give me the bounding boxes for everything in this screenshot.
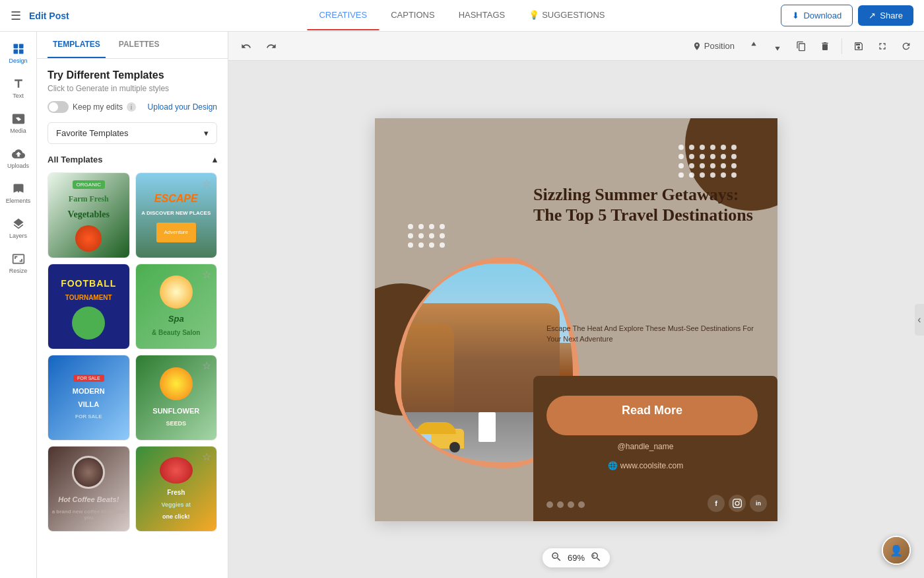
instagram-icon	[729, 495, 746, 512]
design-dots-bottom	[546, 501, 585, 508]
sidebar-item-layers[interactable]: Layers	[0, 212, 36, 244]
canvas-main[interactable]: ⧉ +	[228, 61, 924, 578]
sidebar-item-uploads[interactable]: Uploads	[0, 142, 36, 174]
download-button[interactable]: ⬇ Download	[781, 5, 853, 26]
svg-rect-3	[18, 50, 23, 54]
zoom-out-button[interactable]	[550, 551, 562, 565]
panel-tabs: TEMPLATES PALETTES	[37, 32, 228, 59]
menu-icon[interactable]: ☰	[11, 9, 21, 23]
resize-icon	[12, 252, 25, 266]
design-icon	[12, 42, 25, 55]
linkedin-icon: in	[750, 495, 767, 512]
template-card-escape[interactable]: ESCAPE A DISCOVER NEW PLACES Adventure ☆	[135, 172, 218, 258]
keep-edits-label: Keep my edits i	[48, 101, 136, 113]
svg-rect-1	[18, 44, 23, 49]
save-button[interactable]	[849, 36, 869, 56]
lightbulb-icon: 💡	[529, 10, 539, 20]
chevron-down-icon: ▾	[204, 128, 209, 138]
design-social-icons: f in	[698, 495, 767, 512]
svg-rect-0	[13, 44, 18, 49]
undo-button[interactable]	[236, 36, 256, 56]
design-bottom-section: Escape The Heat And Explore These Must-S…	[533, 376, 777, 521]
tab-suggestions[interactable]: 💡 SUGGESTIONS	[517, 1, 616, 30]
template-card-spa[interactable]: Spa & Beauty Salon ☆	[135, 264, 218, 349]
star-icon[interactable]: ☆	[202, 268, 213, 279]
chevron-up-icon[interactable]: ▴	[213, 155, 217, 164]
template-card-farm[interactable]: ORGANIC Farm Fresh Vegetables	[48, 172, 130, 258]
layers-icon	[12, 217, 25, 231]
duplicate-button[interactable]	[791, 36, 811, 56]
keep-edits-row: Keep my edits i Upload your Design	[48, 101, 217, 113]
svg-rect-2	[13, 50, 18, 54]
favorite-templates-dropdown[interactable]: Favorite Templates ▾	[48, 122, 217, 144]
nav-tabs: CREATIVES CAPTIONS HASHTAGS 💡 SUGGESTION…	[307, 1, 616, 30]
layer-up-button[interactable]	[744, 36, 764, 56]
edit-post-title: Edit Post	[29, 11, 69, 21]
star-icon[interactable]: ☆	[202, 451, 213, 461]
media-icon	[12, 112, 25, 126]
sidebar-item-resize[interactable]: Resize	[0, 247, 36, 279]
zoom-in-button[interactable]	[590, 551, 602, 565]
zoom-bar: 69%	[543, 548, 610, 567]
star-icon[interactable]: ☆	[202, 177, 213, 188]
panel-content: Try Different Templates Click to Generat…	[37, 59, 228, 578]
refresh-button[interactable]	[896, 36, 916, 56]
design-title[interactable]: Sizzling Summer Getaways: The Top 5 Trav…	[533, 184, 758, 225]
sidebar-item-media[interactable]: Media	[0, 107, 36, 139]
section-subtitle: Click to Generate in multiple styles	[48, 84, 217, 93]
main-layout: Design Text Media Uploads Elements Layer…	[0, 32, 924, 578]
left-panel: TEMPLATES PALETTES Try Different Templat…	[37, 32, 228, 578]
sidebar-item-text[interactable]: Text	[0, 72, 36, 104]
section-title: Try Different Templates	[48, 69, 217, 81]
design-subtitle: Escape The Heat And Explore These Must-S…	[546, 323, 758, 345]
elements-icon	[12, 182, 25, 196]
fullscreen-button[interactable]	[873, 36, 892, 56]
panel-tab-palettes[interactable]: PALETTES	[114, 32, 165, 58]
template-card-villa[interactable]: FOR SALE MODERN VILLA FOR SALE	[48, 355, 130, 441]
star-icon[interactable]: ☆	[202, 359, 213, 370]
panel-tab-templates[interactable]: TEMPLATES	[48, 32, 106, 58]
design-canvas[interactable]: ⧉ +	[375, 118, 777, 521]
user-avatar[interactable]: 👤	[882, 536, 911, 565]
zoom-value: 69%	[568, 553, 585, 563]
template-card-sunflower[interactable]: SUNFLOWER SEEDS ☆	[135, 355, 218, 441]
tab-hashtags[interactable]: HASHTAGS	[447, 1, 517, 30]
redo-button[interactable]	[261, 36, 281, 56]
dots-pattern-top-right	[678, 145, 738, 178]
template-card-coffee[interactable]: Hot Coffee Beats! a brand new coffee blo…	[48, 446, 130, 532]
design-website: 🌐 www.coolsite.com	[533, 454, 758, 478]
canvas-toolbar: Position	[228, 32, 924, 61]
design-cta-button[interactable]: Read More	[546, 396, 758, 435]
tab-creatives[interactable]: CREATIVES	[307, 1, 379, 30]
tab-captions[interactable]: CAPTIONS	[379, 1, 446, 30]
info-icon[interactable]: i	[127, 102, 136, 112]
template-card-veggies[interactable]: Fresh Veggies at one click! ☆	[135, 446, 218, 532]
keep-edits-toggle[interactable]	[48, 101, 69, 113]
uploads-icon	[12, 147, 25, 161]
share-icon: ↗	[869, 11, 876, 20]
download-icon: ⬇	[792, 11, 799, 20]
templates-grid: ORGANIC Farm Fresh Vegetables ESCAPE A D…	[48, 172, 217, 532]
delete-button[interactable]	[815, 36, 835, 56]
dots-pattern-mid-left	[408, 224, 446, 248]
sidebar-item-design[interactable]: Design	[0, 37, 36, 69]
top-bar: ☰ Edit Post CREATIVES CAPTIONS HASHTAGS …	[0, 0, 924, 32]
template-card-football[interactable]: FOOTBALL TOURNAMENT	[48, 264, 130, 349]
share-button[interactable]: ↗ Share	[858, 5, 913, 26]
position-button[interactable]: Position	[687, 38, 740, 54]
upload-design-link[interactable]: Upload your Design	[148, 102, 217, 112]
canvas-area: Position	[228, 32, 924, 578]
all-templates-header: All Templates ▴	[48, 155, 217, 164]
sidebar-item-elements[interactable]: Elements	[0, 177, 36, 209]
text-icon	[12, 77, 25, 90]
icon-sidebar: Design Text Media Uploads Elements Layer…	[0, 32, 37, 578]
facebook-icon: f	[708, 495, 725, 512]
design-background: Sizzling Summer Getaways: The Top 5 Trav…	[375, 118, 777, 521]
globe-icon: 🌐	[608, 461, 618, 470]
right-collapse-tab[interactable]: ‹	[915, 304, 924, 336]
layer-down-button[interactable]	[768, 36, 787, 56]
